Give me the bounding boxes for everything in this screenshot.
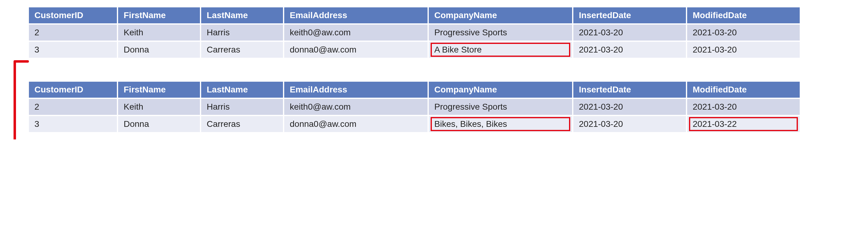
cell: 3 [28,41,118,58]
cell: keith0@aw.com [284,98,428,115]
col-firstname: FirstName [118,81,200,98]
cell: 2021-03-20 [686,98,800,115]
cell: donna0@aw.com [284,115,428,133]
cell: 2021-03-20 [686,41,800,58]
customer-table-before: CustomerID FirstName LastName EmailAddre… [28,6,801,59]
cell-highlighted: A Bike Store [428,41,573,58]
cell: Progressive Sports [428,98,573,115]
cell: 2021-03-20 [573,24,686,41]
col-lastname: LastName [200,7,284,24]
col-companyname: CompanyName [428,7,573,24]
cell: 3 [28,115,118,133]
cell: donna0@aw.com [284,41,428,58]
col-inserteddate: InsertedDate [573,7,686,24]
cell: Harris [200,24,284,41]
cell: 2021-03-20 [573,115,686,133]
header-row: CustomerID FirstName LastName EmailAddre… [28,7,800,24]
header-row: CustomerID FirstName LastName EmailAddre… [28,81,800,98]
col-companyname: CompanyName [428,81,573,98]
table-row: 2 Keith Harris keith0@aw.com Progressive… [28,24,800,41]
col-firstname: FirstName [118,7,200,24]
cell: Donna [118,41,200,58]
cell: Harris [200,98,284,115]
cell: Carreras [200,115,284,133]
cell-highlighted: Bikes, Bikes, Bikes [428,115,573,133]
col-modifieddate: ModifiedDate [686,7,800,24]
col-customerid: CustomerID [28,7,118,24]
cell-highlighted: 2021-03-22 [686,115,800,133]
cell: Progressive Sports [428,24,573,41]
cell: Carreras [200,41,284,58]
spacer [28,59,862,80]
col-inserteddate: InsertedDate [573,81,686,98]
cell: 2021-03-20 [573,41,686,58]
cell: keith0@aw.com [284,24,428,41]
customer-table-after: CustomerID FirstName LastName EmailAddre… [28,80,801,133]
cell: 2021-03-20 [573,98,686,115]
table-row: 3 Donna Carreras donna0@aw.com Bikes, Bi… [28,115,800,133]
col-modifieddate: ModifiedDate [686,81,800,98]
col-customerid: CustomerID [28,81,118,98]
col-emailaddress: EmailAddress [284,81,428,98]
col-emailaddress: EmailAddress [284,7,428,24]
table-row: 3 Donna Carreras donna0@aw.com A Bike St… [28,41,800,58]
cell: Donna [118,115,200,133]
cell: Keith [118,24,200,41]
table-row: 2 Keith Harris keith0@aw.com Progressive… [28,98,800,115]
cell: 2 [28,98,118,115]
cell: Keith [118,98,200,115]
cell: 2 [28,24,118,41]
col-lastname: LastName [200,81,284,98]
cell: 2021-03-20 [686,24,800,41]
